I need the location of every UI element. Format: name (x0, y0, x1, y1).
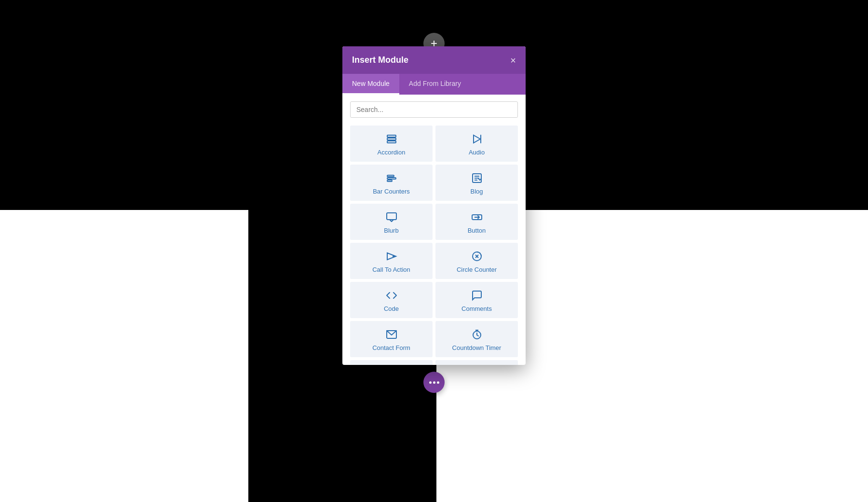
contact-form-icon (386, 329, 397, 340)
module-item-button[interactable]: Button (435, 204, 518, 240)
module-item-circle-counter[interactable]: Circle Counter (435, 243, 518, 279)
blurb-label: Blurb (384, 227, 398, 234)
audio-icon (471, 133, 483, 145)
module-item-accordion[interactable]: Accordion (350, 126, 433, 162)
button-label: Button (468, 227, 486, 234)
modal-tabs: New Module Add From Library (342, 74, 526, 95)
svg-marker-3 (474, 135, 480, 143)
module-item-divider[interactable]: Divider (350, 360, 433, 365)
bar-counters-label: Bar Counters (373, 188, 410, 195)
module-item-blog[interactable]: Blog (435, 165, 518, 201)
circle-counter-icon (471, 251, 483, 262)
modal-title: Insert Module (352, 55, 408, 65)
svg-rect-6 (387, 178, 396, 179)
module-grid: Accordion Audio Bar Counters (342, 123, 526, 365)
modal-close-button[interactable]: × (510, 56, 516, 65)
blurb-icon (386, 211, 397, 223)
tab-add-from-library[interactable]: Add From Library (399, 74, 471, 95)
call-to-action-icon (386, 251, 397, 262)
accordion-label: Accordion (378, 149, 406, 156)
module-item-call-to-action[interactable]: Call To Action (350, 243, 433, 279)
tab-new-module[interactable]: New Module (342, 74, 399, 95)
module-item-contact-form[interactable]: Contact Form (350, 321, 433, 357)
module-item-audio[interactable]: Audio (435, 126, 518, 162)
search-input[interactable] (350, 101, 518, 118)
modal-header: Insert Module × (342, 46, 526, 74)
blog-label: Blog (470, 188, 483, 195)
svg-rect-1 (387, 138, 396, 140)
bar-counters-icon (386, 172, 397, 184)
call-to-action-label: Call To Action (372, 266, 410, 273)
module-item-comments[interactable]: Comments (435, 282, 518, 318)
svg-rect-12 (387, 213, 396, 220)
svg-rect-5 (387, 175, 394, 177)
blog-icon (471, 172, 483, 184)
search-area (342, 95, 526, 123)
code-label: Code (384, 305, 399, 312)
module-item-code[interactable]: Code (350, 282, 433, 318)
svg-rect-7 (387, 180, 392, 181)
insert-module-modal: Insert Module × New Module Add From Libr… (342, 46, 526, 365)
audio-label: Audio (469, 149, 485, 156)
comments-icon (471, 290, 483, 301)
comments-label: Comments (461, 305, 492, 312)
code-icon (386, 290, 397, 301)
svg-rect-2 (387, 141, 396, 143)
countdown-timer-icon (471, 329, 483, 340)
svg-rect-0 (387, 135, 396, 137)
contact-form-label: Contact Form (372, 344, 410, 351)
module-item-countdown-timer[interactable]: Countdown Timer (435, 321, 518, 357)
module-item-blurb[interactable]: Blurb (350, 204, 433, 240)
module-item-bar-counters[interactable]: Bar Counters (350, 165, 433, 201)
button-icon (471, 211, 483, 223)
circle-counter-label: Circle Counter (457, 266, 497, 273)
countdown-timer-label: Countdown Timer (452, 344, 502, 351)
module-item-email-optin[interactable]: Email Optin (435, 360, 518, 365)
modal-overlay: Insert Module × New Module Add From Libr… (0, 0, 868, 502)
accordion-icon (386, 133, 397, 145)
